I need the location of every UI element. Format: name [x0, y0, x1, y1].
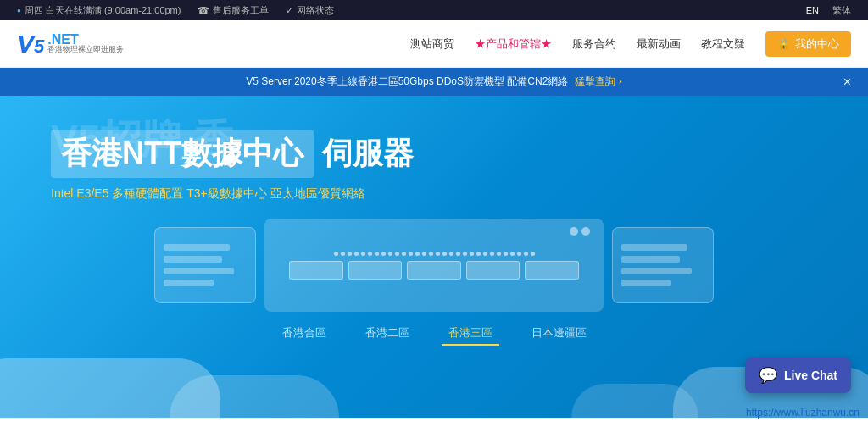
server-right-inner — [613, 228, 713, 302]
hero-subtitle-text: Intel E3/E5 多種硬體配置 T3+級數據中心 — [51, 186, 267, 200]
topbar-network-text: 网络状态 — [297, 4, 334, 17]
server-visual — [51, 219, 817, 312]
logo: V5 .NET 香港物理裸立即进服务 — [17, 31, 124, 57]
hero-subtitle: Intel E3/E5 多種硬體配置 T3+級數據中心 亞太地區優質網絡 — [51, 186, 817, 202]
announcement-link[interactable]: 猛擊查詢 › — [575, 75, 621, 89]
wifi-icon: ● — [17, 7, 21, 14]
announcement-text: V5 Server 2020冬季上線香港二區50Gbps DDoS防禦機型 配備… — [246, 75, 568, 89]
phone-icon: ☎ — [198, 5, 209, 16]
topbar-network: ✓ 网络状态 — [286, 4, 334, 17]
announcement-bar: V5 Server 2020冬季上線香港二區50Gbps DDoS防禦機型 配備… — [0, 68, 868, 96]
server-indicators — [570, 227, 590, 236]
lang-zh[interactable]: 繁体 — [832, 4, 851, 17]
server-right — [612, 227, 714, 303]
lang-en[interactable]: EN — [806, 5, 819, 15]
logo-v5-text: V5 — [17, 31, 44, 57]
topbar-online-text: 周四 白天在线满满 (9:00am-21:00pm) — [25, 4, 181, 17]
server-main — [264, 219, 604, 312]
footer-link[interactable]: https://www.liuzhanwu.cn — [746, 407, 860, 419]
chat-icon: 💬 — [759, 366, 777, 385]
nav-shop[interactable]: 测站商贸 — [410, 36, 454, 52]
top-bar: ● 周四 白天在线满满 (9:00am-21:00pm) ☎ 售后服务工单 ✓ … — [0, 0, 868, 20]
cloud-4 — [571, 384, 698, 418]
server-left — [154, 227, 256, 303]
tab-hk1[interactable]: 香港合區 — [275, 322, 333, 346]
nav-tutorials[interactable]: 教程文疑 — [701, 36, 745, 52]
nav-contract[interactable]: 服务合约 — [572, 36, 616, 52]
topbar-support: ☎ 售后服务工单 — [198, 4, 269, 17]
topbar-support-text: 售后服务工单 — [213, 4, 269, 17]
tab-japan[interactable]: 日本邊疆區 — [525, 322, 593, 346]
nav-products[interactable]: ★产品和管辖★ — [475, 36, 552, 52]
announcement-close[interactable]: × — [843, 75, 851, 90]
nav-news[interactable]: 最新动画 — [637, 36, 681, 52]
cloud-decoration — [0, 350, 868, 418]
server-left-inner — [155, 228, 255, 302]
hero-subtitle-link[interactable]: 亞太地區優質網絡 — [270, 186, 365, 200]
topbar-online-status: ● 周四 白天在线满满 (9:00am-21:00pm) — [17, 4, 181, 17]
tab-hk2[interactable]: 香港二區 — [359, 322, 416, 346]
hero-section: V5招牌 香 香港NTT數據中心 伺服器 Intel E3/E5 多種硬體配置 … — [0, 96, 868, 418]
header: V5 .NET 香港物理裸立即进服务 测站商贸 ★产品和管辖★ 服务合约 最新动… — [0, 20, 868, 68]
account-label: 我的中心 — [795, 36, 839, 52]
topbar-lang-switch: EN 繁体 — [806, 4, 851, 17]
tab-hk3[interactable]: 香港三區 — [442, 322, 499, 346]
hero-title-main: 伺服器 — [322, 133, 414, 175]
hero-title-highlighted: 香港NTT數據中心 — [51, 130, 314, 178]
check-icon: ✓ — [286, 5, 293, 16]
product-tabs: 香港合區 香港二區 香港三區 日本邊疆區 — [0, 322, 868, 346]
logo-sub: 香港物理裸立即进服务 — [47, 44, 124, 55]
cloud-2 — [170, 375, 339, 418]
logo-text-wrap: .NET 香港物理裸立即进服务 — [47, 32, 124, 55]
server-slots — [289, 261, 579, 280]
main-nav: 测站商贸 ★产品和管辖★ 服务合约 最新动画 教程文疑 🔒 我的中心 — [410, 31, 851, 57]
server-main-inner — [264, 219, 604, 312]
lock-icon: 🔒 — [777, 38, 790, 50]
server-dots — [289, 252, 579, 256]
hero-title: 香港NTT數據中心 伺服器 — [51, 130, 817, 178]
live-chat-button[interactable]: 💬 Live Chat — [745, 358, 851, 393]
account-button[interactable]: 🔒 我的中心 — [765, 31, 851, 57]
live-chat-label: Live Chat — [784, 369, 837, 382]
